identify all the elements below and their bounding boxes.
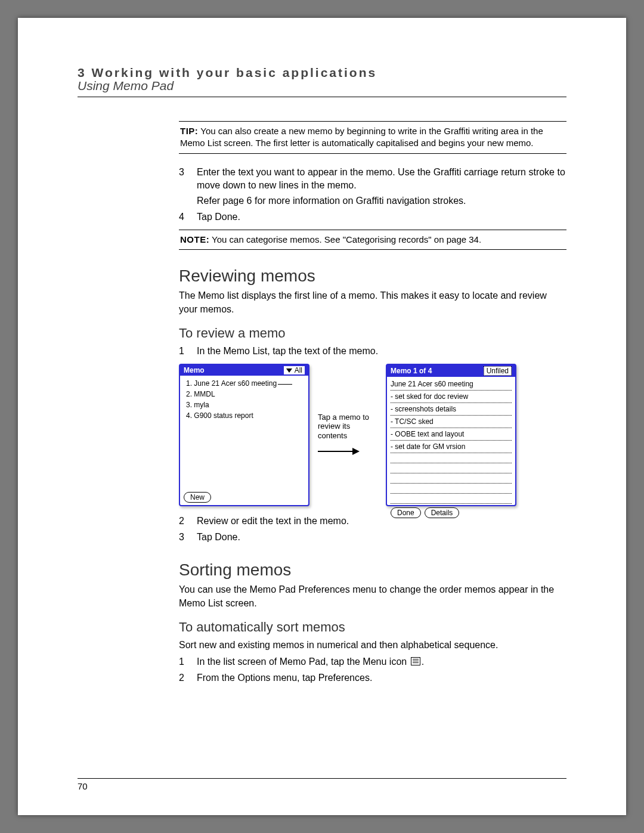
memo-detail-title: Memo 1 of 4 bbox=[391, 367, 432, 375]
menu-icon bbox=[411, 657, 420, 665]
page-number: 70 bbox=[78, 778, 566, 791]
header-rule bbox=[78, 97, 566, 97]
figure: Memo All 1. June 21 Acer s60 meeting 2. … bbox=[179, 364, 566, 506]
arrow-right-icon bbox=[318, 447, 360, 456]
new-button[interactable]: New bbox=[184, 492, 211, 503]
step-text-part: . bbox=[422, 657, 424, 667]
memo-list-item[interactable]: 3. myla bbox=[186, 400, 304, 410]
step-text: Review or edit the text in the memo. bbox=[197, 515, 566, 528]
step-text: Tap Done. bbox=[197, 210, 566, 224]
step: Refer page 6 for more information on Gra… bbox=[179, 194, 566, 208]
step: 2 From the Options menu, tap Preferences… bbox=[179, 671, 566, 685]
memo-list-item[interactable]: 4. G900 status report bbox=[186, 410, 304, 421]
step-text: Refer page 6 for more information on Gra… bbox=[197, 194, 566, 208]
step-text-part: In the list screen of Memo Pad, tap the … bbox=[197, 657, 410, 667]
step: 3 Tap Done. bbox=[179, 531, 566, 544]
memo-detail-line bbox=[391, 453, 512, 463]
memo-list-body: 1. June 21 Acer s60 meeting 2. MMDL 3. m… bbox=[180, 376, 308, 490]
note-text: You can categorise memos. See "Categoris… bbox=[212, 234, 481, 244]
step-text: Enter the text you want to appear in the… bbox=[197, 166, 566, 193]
memo-list-item[interactable]: 1. June 21 Acer s60 meeting bbox=[186, 378, 304, 389]
step: 3 Enter the text you want to appear in t… bbox=[179, 166, 566, 193]
sorting-lead: Sort new and existing memos in numerical… bbox=[179, 639, 566, 652]
memo-detail-line: - set sked for doc review bbox=[391, 391, 512, 403]
memo-detail-line: - TC/SC sked bbox=[391, 416, 512, 428]
memo-detail-line: - set date for GM vrsion bbox=[391, 441, 512, 453]
step: 4 Tap Done. bbox=[179, 210, 566, 224]
memo-detail-line bbox=[391, 484, 512, 494]
tip-text: You can also create a new memo by beginn… bbox=[180, 126, 543, 148]
memo-list-title: Memo bbox=[184, 366, 205, 374]
step-text: From the Options menu, tap Preferences. bbox=[197, 671, 566, 685]
subsection-heading-autosort: To automatically sort memos bbox=[179, 620, 566, 635]
svg-marker-1 bbox=[352, 448, 360, 455]
note-label: NOTE: bbox=[180, 234, 209, 244]
sorting-intro: You can use the Memo Pad Preferences men… bbox=[179, 583, 566, 610]
memo-list-item[interactable]: 2. MMDL bbox=[186, 389, 304, 400]
step-number: 1 bbox=[179, 345, 197, 358]
step-text: In the list screen of Memo Pad, tap the … bbox=[197, 655, 566, 668]
figure-annotation: Tap a memo to review its contents bbox=[318, 413, 377, 458]
memo-detail-titlebar: Memo 1 of 4 Unfiled bbox=[387, 365, 515, 377]
memo-detail-line: - screenshots details bbox=[391, 403, 512, 416]
chapter-title: 3 Working with your basic applications bbox=[78, 66, 566, 80]
memo-detail-line bbox=[391, 463, 512, 473]
step: 1 In the list screen of Memo Pad, tap th… bbox=[179, 655, 566, 668]
memo-detail-line: - OOBE text and layout bbox=[391, 428, 512, 441]
memo-detail-line bbox=[391, 494, 512, 504]
memo-list-screen: Memo All 1. June 21 Acer s60 meeting 2. … bbox=[179, 364, 309, 506]
step-number: 1 bbox=[179, 655, 197, 668]
step: 1 In the Memo List, tap the text of the … bbox=[179, 345, 566, 358]
callout-leader bbox=[278, 384, 292, 385]
memo-detail-body[interactable]: June 21 Acer s60 meeting - set sked for … bbox=[387, 377, 515, 505]
page-section-title: Using Memo Pad bbox=[78, 79, 566, 93]
subsection-heading-review: To review a memo bbox=[179, 326, 566, 341]
step: 2 Review or edit the text in the memo. bbox=[179, 515, 566, 528]
step-number: 3 bbox=[179, 531, 197, 544]
step-number: 3 bbox=[179, 166, 197, 193]
tip-box: TIP: You can also create a new memo by b… bbox=[179, 121, 566, 154]
content-area: TIP: You can also create a new memo by b… bbox=[179, 121, 566, 685]
dropdown-triangle-icon bbox=[286, 368, 292, 373]
memo-category-selector[interactable]: Unfiled bbox=[484, 366, 512, 376]
note-box: NOTE: You can categorise memos. See "Cat… bbox=[179, 230, 566, 250]
section-heading-sorting: Sorting memos bbox=[179, 561, 566, 580]
memo-item-text: 1. June 21 Acer s60 meeting bbox=[186, 379, 277, 388]
memo-list-titlebar: Memo All bbox=[180, 365, 308, 376]
page: 3 Working with your basic applications U… bbox=[18, 18, 626, 815]
figure-annotation-text: Tap a memo to review its contents bbox=[318, 413, 377, 441]
memo-filter-dropdown[interactable]: All bbox=[284, 366, 305, 374]
step-number bbox=[179, 194, 197, 208]
memo-detail-line: June 21 Acer s60 meeting bbox=[391, 378, 512, 391]
memo-detail-screen: Memo 1 of 4 Unfiled June 21 Acer s60 mee… bbox=[386, 364, 516, 506]
step-number: 2 bbox=[179, 515, 197, 528]
memo-filter-label: All bbox=[295, 366, 302, 374]
step-text: In the Memo List, tap the text of the me… bbox=[197, 345, 566, 358]
step-number: 2 bbox=[179, 671, 197, 685]
memo-list-footer: New bbox=[180, 490, 308, 505]
reviewing-intro: The Memo list displays the first line of… bbox=[179, 289, 566, 316]
step-number: 4 bbox=[179, 210, 197, 224]
tip-label: TIP: bbox=[180, 126, 198, 136]
step-text: Tap Done. bbox=[197, 531, 566, 544]
memo-detail-line bbox=[391, 473, 512, 484]
section-heading-reviewing: Reviewing memos bbox=[179, 267, 566, 286]
